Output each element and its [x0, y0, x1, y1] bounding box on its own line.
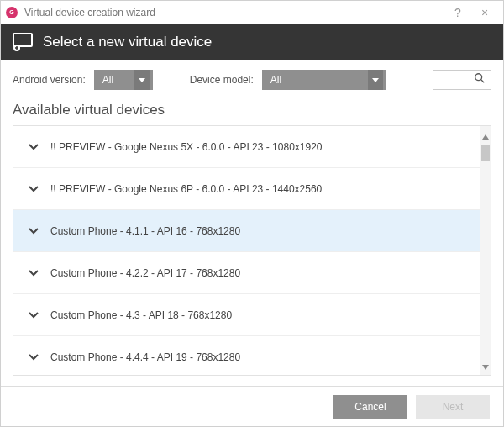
chevron-down-icon	[29, 228, 39, 235]
device-label: Custom Phone - 4.4.4 - API 19 - 768x1280	[50, 351, 240, 363]
svg-rect-0	[13, 34, 32, 46]
next-button[interactable]: Next	[416, 395, 490, 419]
device-model-select[interactable]: All	[262, 70, 386, 90]
chevron-down-icon	[29, 312, 39, 319]
chevron-down-icon	[29, 144, 39, 150]
close-button[interactable]: ×	[471, 6, 498, 19]
window-title: Virtual device creation wizard	[24, 7, 444, 18]
chevron-down-icon	[29, 354, 39, 361]
android-version-select[interactable]: All	[94, 70, 153, 90]
svg-line-5	[481, 80, 485, 83]
section-title: Available virtual devices	[1, 100, 503, 125]
device-label: !! PREVIEW - Google Nexus 6P - 6.0.0 - A…	[50, 183, 322, 195]
device-label: !! PREVIEW - Google Nexus 5X - 6.0.0 - A…	[50, 141, 323, 153]
device-row[interactable]: Custom Phone - 4.4.4 - API 19 - 768x1280	[13, 336, 480, 376]
banner-title: Select a new virtual device	[43, 34, 212, 50]
svg-point-4	[475, 74, 482, 81]
banner: Select a new virtual device	[1, 24, 503, 60]
help-button[interactable]: ?	[444, 6, 471, 19]
android-version-value: All	[102, 74, 113, 86]
device-row[interactable]: Custom Phone - 4.2.2 - API 17 - 768x1280	[13, 252, 480, 294]
filters-row: Android version: All Device model: All	[1, 60, 503, 100]
titlebar: G Virtual device creation wizard ? ×	[1, 1, 503, 24]
search-icon	[474, 72, 486, 87]
chevron-down-icon	[29, 186, 39, 192]
device-row[interactable]: Custom Phone - 4.3 - API 18 - 768x1280	[13, 294, 480, 336]
add-device-icon	[13, 33, 33, 51]
android-version-label: Android version:	[13, 74, 86, 86]
scroll-down-icon[interactable]	[482, 358, 489, 373]
device-row[interactable]: Custom Phone - 4.1.1 - API 16 - 768x1280	[13, 210, 480, 252]
device-row[interactable]: !! PREVIEW - Google Nexus 6P - 6.0.0 - A…	[13, 168, 480, 210]
caret-down-icon	[368, 70, 383, 90]
device-model-label: Device model:	[190, 74, 254, 86]
scrollbar-thumb[interactable]	[481, 145, 490, 161]
device-model-value: All	[270, 74, 281, 86]
footer: Cancel Next	[1, 386, 503, 426]
device-row[interactable]: !! PREVIEW - Google Nexus 5X - 6.0.0 - A…	[13, 126, 480, 168]
app-logo-icon: G	[6, 7, 18, 18]
device-list: !! PREVIEW - Google Nexus 5X - 6.0.0 - A…	[13, 125, 480, 376]
scroll-up-icon[interactable]	[482, 128, 489, 143]
scrollbar[interactable]	[480, 125, 491, 376]
caret-down-icon	[134, 70, 150, 90]
cancel-button[interactable]: Cancel	[333, 395, 407, 419]
device-label: Custom Phone - 4.2.2 - API 17 - 768x1280	[50, 267, 240, 279]
device-label: Custom Phone - 4.1.1 - API 16 - 768x1280	[50, 225, 240, 237]
search-input[interactable]	[433, 70, 491, 90]
device-label: Custom Phone - 4.3 - API 18 - 768x1280	[50, 309, 232, 321]
chevron-down-icon	[29, 270, 39, 277]
